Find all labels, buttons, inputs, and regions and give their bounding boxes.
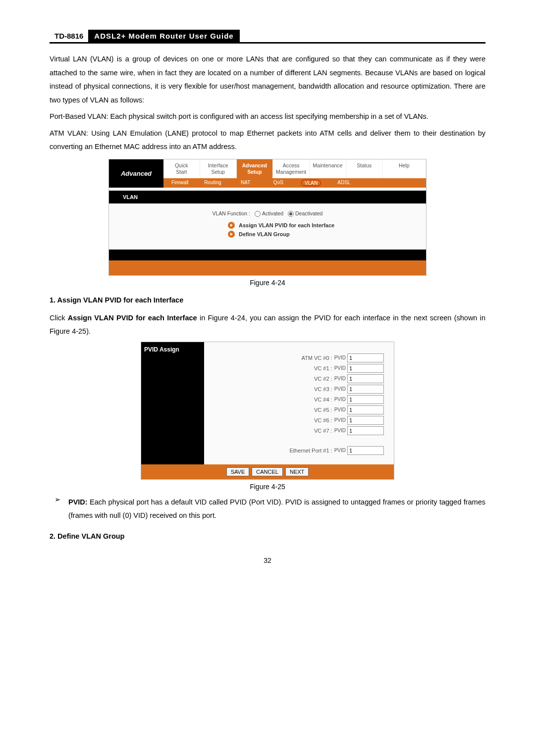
tab-maintenance[interactable]: Maintenance [310,159,346,178]
fig25-side: PVID Assign [141,342,204,464]
vlan-function-row: VLAN Function : Activated Deactivated [114,210,421,217]
link-assign-pvid[interactable]: Assign VLAN PVID for each Interface [228,222,421,229]
link-define-vlan-group[interactable]: Define VLAN Group [228,231,421,238]
pvid-input-ethernet[interactable] [347,446,384,455]
bullet-pvid: ➢ PVID: Each physical port has a default… [50,496,485,523]
subtab-qos[interactable]: QoS [262,178,295,188]
pvid-input-4[interactable] [347,395,384,404]
section-1-title: 1. Assign VLAN PVID for each Interface [50,294,485,307]
header-title: ADSL2+ Modem Router User Guide [88,30,239,42]
pvid-input-7[interactable] [347,426,384,435]
section-2-title: 2. Define VLAN Group [50,530,485,544]
tab-status[interactable]: Status [346,159,383,178]
figure-4-24: Advanced Quick Start Interface Setup Adv… [108,159,427,276]
pvid-input-2[interactable] [347,374,384,383]
subtab-adsl[interactable]: ADSL [327,178,360,188]
tab-interface-setup[interactable]: Interface Setup [200,159,237,178]
pvid-input-5[interactable] [347,405,384,414]
tab-advanced-setup[interactable]: Advanced Setup [237,159,273,178]
pvid-row-3: VC #3 :PVID [214,385,384,394]
pvid-input-3[interactable] [347,385,384,394]
pvid-row-0: ATM VC #0 :PVID [214,353,384,362]
subtab-firewall[interactable]: Firewall [163,178,196,188]
pvid-row-1: VC #1 :PVID [214,364,384,373]
paragraph-atmvlan: ATM VLAN: Using LAN Emulation (LANE) pro… [50,127,485,154]
pvid-row-6: VC #6 :PVID [214,416,384,425]
tab-quick-start[interactable]: Quick Start [163,159,200,178]
pvid-input-6[interactable] [347,416,384,425]
fig24-subtabs: Firewall Routing NAT QoS VLAN ADSL [163,178,426,188]
fig24-section-band: VLAN [109,191,426,203]
bullet-arrow-icon: ➢ [50,496,68,523]
pvid-row-ethernet: Ethernet Port #1 : PVID [214,446,384,455]
fig24-sidebar: Advanced [109,159,163,188]
figure-4-25-caption: Figure 4-25 [50,483,485,491]
subtab-vlan[interactable]: VLAN [295,178,327,188]
doc-header: TD-8816 ADSL2+ Modem Router User Guide [50,30,485,44]
fig24-main-tabs: Quick Start Interface Setup Advanced Set… [163,159,426,178]
next-button[interactable]: NEXT [285,467,309,476]
subtab-nat[interactable]: NAT [229,178,262,188]
save-button[interactable]: SAVE [226,467,250,476]
pvid-row-7: VC #7 :PVID [214,426,384,435]
cancel-button[interactable]: CANCEL [252,467,283,476]
play-icon [228,231,235,238]
pvid-input-0[interactable] [347,353,384,362]
fig25-footer: SAVE CANCEL NEXT [141,464,394,479]
pvid-row-2: VC #2 :PVID [214,374,384,383]
header-model: TD-8816 [50,30,88,42]
radio-activated[interactable] [255,211,261,217]
tab-access-management[interactable]: Access Management [273,159,310,178]
subtab-routing[interactable]: Routing [196,178,229,188]
paragraph-portvlan: Port-Based VLAN: Each physical switch po… [50,110,485,124]
figure-4-25: PVID Assign ATM VC #0 :PVIDVC #1 :PVIDVC… [141,342,394,480]
figure-4-24-caption: Figure 4-24 [50,279,485,287]
pvid-input-1[interactable] [347,364,384,373]
page-number: 32 [50,556,485,564]
play-icon [228,222,235,229]
radio-deactivated[interactable] [288,211,294,217]
pvid-row-5: VC #5 :PVID [214,405,384,414]
tab-help[interactable]: Help [383,159,427,178]
pvid-row-4: VC #4 :PVID [214,395,384,404]
paragraph-intro: Virtual LAN (VLAN) is a group of devices… [50,52,485,107]
section-1-body: Click Assign VLAN PVID for each Interfac… [50,311,485,339]
